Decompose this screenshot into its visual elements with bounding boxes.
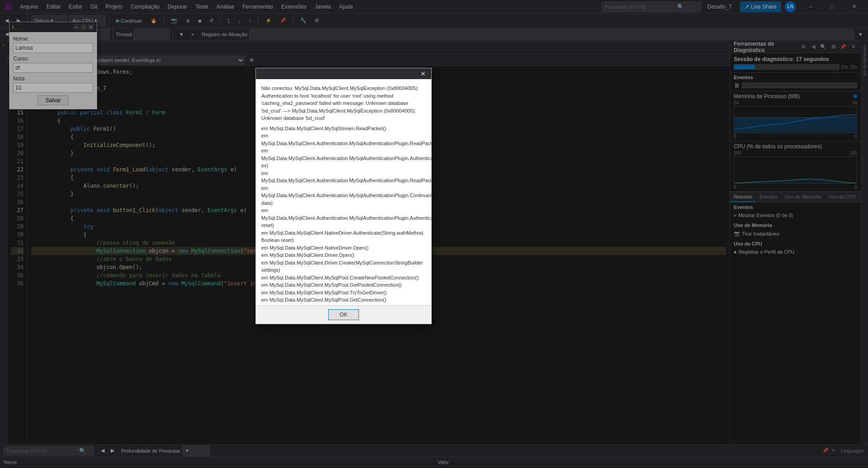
error-message: Não conectou: MySql.Data.MySqlClient.MyS… xyxy=(261,85,426,122)
error-stack-4: em MySql.Data.MySqlClient.Authentication… xyxy=(261,170,426,184)
error-stack-14: em MySql.Data.MySqlClient.MySqlPool.GetC… xyxy=(261,296,426,304)
error-stack-11: em MySql.Data.MySqlClient.MySqlPool.Crea… xyxy=(261,274,426,282)
error-ok-button[interactable]: OK xyxy=(328,309,359,320)
error-body: Não conectou: MySql.Data.MySqlClient.MyS… xyxy=(256,79,431,305)
error-dialog-title-bar: ✕ xyxy=(256,68,431,79)
error-stack-9: em MySql.Data.MySqlClient.Driver.Open() xyxy=(261,251,426,259)
error-stack-1: em MySql.Data.MySqlClient.MySqlStream.Re… xyxy=(261,125,426,132)
error-stack-3: em MySql.Data.MySqlClient.Authentication… xyxy=(261,147,426,170)
error-dialog-close-button[interactable]: ✕ xyxy=(419,69,428,78)
error-stack-12: em MySql.Data.MySqlClient.MySqlPool.GetP… xyxy=(261,281,426,289)
error-stack-10: em MySql.Data.MySqlClient.Driver.Create(… xyxy=(261,259,426,274)
error-stack-8: em MySql.Data.MySqlClient.NativeDriver.O… xyxy=(261,244,426,252)
error-stack-6: em MySql.Data.MySqlClient.Authentication… xyxy=(261,207,426,229)
error-stack-2: em MySql.Data.MySqlClient.Authentication… xyxy=(261,132,426,147)
error-dialog: ✕ Não conectou: MySql.Data.MySqlClient.M… xyxy=(255,68,432,324)
error-stack-7: em MySql.Data.MySqlClient.NativeDriver.A… xyxy=(261,229,426,244)
modal-overlay xyxy=(0,0,868,468)
error-footer: OK xyxy=(256,305,431,324)
error-stack-13: em MySql.Data.MySqlClient.MySqlPool.TryT… xyxy=(261,289,426,297)
error-stack-5: em MySql.Data.MySqlClient.Authentication… xyxy=(261,184,426,207)
